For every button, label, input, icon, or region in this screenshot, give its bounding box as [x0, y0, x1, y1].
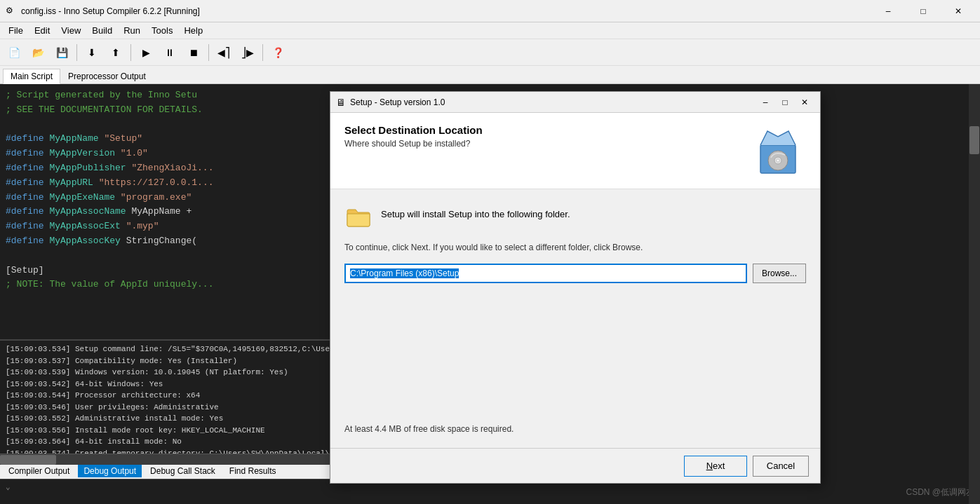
cancel-button[interactable]: Cancel	[753, 456, 809, 477]
code-keyword-1: #define	[6, 133, 44, 144]
log-line-4: [15:09:03.542] 64-bit Windows: Yes	[6, 379, 331, 390]
log-area: [15:09:03.534] Setup command line: /SL5=…	[0, 339, 337, 462]
toolbar-run[interactable]: ▶	[135, 42, 157, 63]
code-comment-2: ; SEE THE DOCUMENTATION FOR DETAILS.	[6, 104, 203, 115]
horizontal-scrollbar[interactable]	[0, 454, 337, 465]
editor-tabs: Main Script Preprocessor Output	[0, 66, 980, 84]
code-line-10: #define MyAppAssocKey StringChange(	[6, 234, 331, 249]
code-keyword-5: #define	[6, 192, 44, 203]
window-title: config.iss - Inno Setup Compiler 6.2.2 […	[21, 6, 868, 16]
dialog-title-controls: – □ ✕	[756, 95, 814, 110]
close-button[interactable]: ✕	[942, 0, 974, 22]
dialog-path-row: Browse...	[344, 264, 806, 283]
code-line-blank-1	[6, 118, 331, 132]
code-macro-5: MyAppExeName	[49, 192, 115, 203]
toolbar-separator-2	[130, 44, 131, 61]
menu-file[interactable]: File	[3, 22, 29, 39]
toolbar-separator-4	[262, 44, 263, 61]
code-comment-1: ; Script generated by the Inno Setu	[6, 90, 197, 100]
log-line-1: [15:09:03.534] Setup command line: /SL5=…	[6, 343, 331, 355]
toolbar-separator-3	[208, 44, 209, 61]
code-section-1: [Setup]	[6, 265, 44, 275]
toolbar-open[interactable]: 📂	[27, 42, 49, 63]
code-line-2: ; SEE THE DOCUMENTATION FOR DETAILS.	[6, 103, 331, 118]
dialog-maximize-button[interactable]: □	[775, 95, 795, 110]
log-line-2: [15:09:03.537] Compatibility mode: Yes (…	[6, 355, 331, 367]
code-line-6: #define MyAppURL "https://127.0.0.1...	[6, 176, 331, 191]
setup-dialog: 🖥 Setup - Setup version 1.0 – □ ✕ Select…	[330, 91, 821, 484]
disk-space-text: At least 4.4 MB of free disk space is re…	[344, 424, 806, 434]
code-keyword-8: #define	[6, 236, 44, 246]
dialog-minimize-button[interactable]: –	[756, 95, 775, 110]
code-line-11: [Setup]	[6, 264, 331, 278]
menu-build[interactable]: Build	[86, 22, 118, 39]
toolbar-stop[interactable]: ⏹	[182, 42, 205, 63]
code-macro-8: MyAppAssocKey	[49, 236, 120, 246]
tab-preprocessor[interactable]: Preprocessor Output	[60, 69, 154, 83]
menu-edit[interactable]: Edit	[29, 22, 55, 39]
log-line-8: [15:09:03.556] Install mode root key: HK…	[6, 425, 331, 437]
menu-run[interactable]: Run	[118, 22, 146, 39]
dialog-title-text: Setup - Setup version 1.0	[350, 97, 751, 107]
status-bar: ⌄	[0, 479, 337, 504]
dialog-heading: Select Destination Location	[344, 124, 483, 136]
minimize-button[interactable]: –	[872, 0, 904, 22]
dialog-body: Setup will install Setup into the follow…	[330, 189, 820, 448]
log-tab-callstack[interactable]: Debug Call Stack	[145, 465, 221, 477]
dialog-instruction: To continue, click Next. If you would li…	[344, 243, 806, 252]
toolbar-download[interactable]: ⬇	[81, 42, 103, 63]
browse-button[interactable]: Browse...	[753, 264, 806, 283]
log-tab-debug[interactable]: Debug Output	[78, 465, 142, 477]
menu-tools[interactable]: Tools	[146, 22, 178, 39]
toolbar-pause[interactable]: ⏸	[159, 42, 181, 63]
code-line-1: ; Script generated by the Inno Setu	[6, 88, 331, 103]
toolbar-separator-1	[76, 44, 77, 61]
tab-main-script[interactable]: Main Script	[3, 69, 60, 84]
next-button[interactable]: Next	[684, 456, 747, 477]
code-editor[interactable]: ; Script generated by the Inno Setu ; SE…	[0, 84, 337, 343]
log-tab-findresults[interactable]: Find Results	[224, 465, 282, 477]
menu-view[interactable]: View	[55, 22, 86, 39]
folder-icon-box	[344, 203, 372, 231]
code-line-blank-2	[6, 249, 331, 264]
code-line-4: #define MyAppVersion "1.0"	[6, 147, 331, 161]
scrollbar-thumb[interactable]	[0, 455, 56, 465]
log-line-6: [15:09:03.546] User privileges: Administ…	[6, 402, 331, 414]
code-line-9: #define MyAppAssocExt ".myp"	[6, 219, 331, 234]
toolbar-new[interactable]: 📄	[3, 42, 25, 63]
code-comment-3: ; NOTE: The value of AppId uniquely...	[6, 279, 213, 290]
vscroll-thumb[interactable]	[969, 126, 979, 154]
code-keyword-6: #define	[6, 206, 44, 217]
log-line-7: [15:09:03.552] Administrative install mo…	[6, 413, 331, 425]
svg-point-3	[777, 159, 779, 162]
toolbar-export-left[interactable]: ◀⎤	[213, 42, 235, 63]
code-line-12: ; NOTE: The value of AppId uniquely...	[6, 278, 331, 292]
toolbar-save[interactable]: 💾	[51, 42, 73, 63]
dialog-header: Select Destination Location Where should…	[330, 113, 820, 189]
code-macro-7: MyAppAssocExt	[49, 221, 120, 231]
dialog-header-text: Select Destination Location Where should…	[344, 124, 483, 149]
toolbar-upload[interactable]: ⬆	[105, 42, 127, 63]
path-input[interactable]	[344, 264, 747, 283]
dialog-spacer	[344, 294, 806, 413]
dialog-subheading: Where should Setup be installed?	[344, 139, 483, 149]
vertical-scrollbar[interactable]	[969, 84, 980, 504]
dialog-header-icon	[750, 124, 806, 180]
code-keyword-7: #define	[6, 221, 44, 231]
code-macro-4: MyAppURL	[49, 177, 93, 188]
toolbar-help[interactable]: ❓	[267, 42, 289, 63]
app-icon: ⚙	[6, 6, 17, 17]
code-macro-3: MyAppPublisher	[49, 163, 126, 173]
log-line-3: [15:09:03.539] Windows version: 10.0.190…	[6, 367, 331, 379]
maximize-button[interactable]: □	[907, 0, 939, 22]
log-tab-compiler[interactable]: Compiler Output	[3, 465, 75, 477]
dialog-close-button[interactable]: ✕	[795, 95, 814, 110]
title-bar: ⚙ config.iss - Inno Setup Compiler 6.2.2…	[0, 0, 980, 22]
code-text-6: MyAppName +	[131, 206, 192, 217]
menu-bar: File Edit View Build Run Tools Help	[0, 22, 980, 39]
toolbar: 📄 📂 💾 ⬇ ⬆ ▶ ⏸ ⏹ ◀⎤ ⎦▶ ❓	[0, 39, 980, 66]
menu-help[interactable]: Help	[178, 22, 208, 39]
toolbar-export-right[interactable]: ⎦▶	[236, 42, 259, 63]
dialog-install-text: Setup will install Setup into the follow…	[381, 203, 570, 219]
code-keyword-2: #define	[6, 148, 44, 158]
